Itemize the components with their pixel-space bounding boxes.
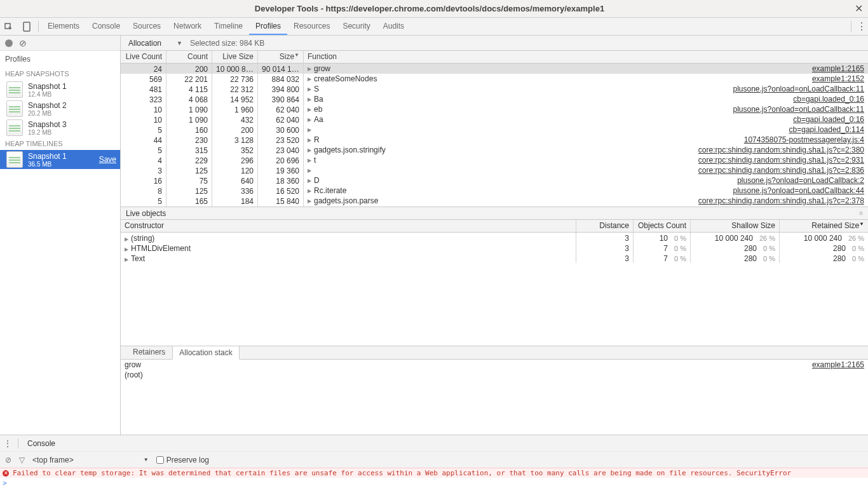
allocation-row[interactable]: 055014 120▶cb=gapi.loaded_1:143 [121, 206, 868, 207]
source-link[interactable]: plusone.js?onload=onLoadCallback:44 [733, 186, 865, 195]
menu-icon[interactable]: ⋮ [854, 20, 868, 32]
tab-console[interactable]: Console [86, 18, 126, 35]
source-link[interactable]: core:rpc:shindig.random:shindig.sha1.js?… [698, 156, 864, 165]
source-link[interactable]: core:rpc:shindig.random:shindig.sha1.js?… [698, 166, 864, 175]
tab-network[interactable]: Network [167, 18, 208, 35]
allocation-row[interactable]: 3234 06814 952390 864▶Bacb=gapi.loaded_0… [121, 94, 868, 104]
col-count[interactable]: Count [166, 51, 212, 63]
cell-live-count: 16 [121, 175, 166, 186]
inspect-icon[interactable] [0, 21, 18, 31]
snapshot-item[interactable]: Snapshot 319.2 MB [0, 118, 120, 137]
save-link[interactable]: Save [99, 155, 116, 164]
expand-icon[interactable]: ▶ [308, 188, 311, 194]
expand-icon[interactable]: ▶ [308, 137, 311, 143]
snapshot-item[interactable]: Snapshot 112.4 MB [0, 80, 120, 99]
menu-icon[interactable]: ≡ [859, 207, 863, 219]
allocation-row[interactable]: 167564018 360▶Dplusone.js?onload=onLoadC… [121, 175, 868, 186]
tab-retainers[interactable]: Retainers [126, 345, 172, 359]
source-link[interactable]: core:rpc:shindig.random:shindig.sha1.js?… [698, 146, 864, 154]
source-link[interactable]: plusone.js?onload=onLoadCallback:11 [733, 105, 865, 114]
tab-audits[interactable]: Audits [377, 18, 410, 35]
cell-count: 4 115 [166, 84, 212, 94]
tab-timeline[interactable]: Timeline [208, 18, 249, 35]
console-prompt[interactable]: > [0, 478, 868, 488]
source-link[interactable]: cb=gapi.loaded_0:114 [789, 125, 864, 134]
allocation-row[interactable]: 101 0901 96062 040▶ebplusone.js?onload=o… [121, 104, 868, 114]
expand-icon[interactable]: ▶ [125, 247, 128, 252]
tab-allocation-stack[interactable]: Allocation stack [172, 346, 239, 360]
col-retained-size[interactable]: Retained Size ▼ [779, 220, 868, 232]
preserve-log-input[interactable] [156, 456, 164, 464]
allocation-row[interactable]: 442303 12823 520▶R1074358075-postmessage… [121, 135, 868, 145]
live-object-row[interactable]: ▶HTMLDivElement370 %2800 %2800 % [121, 243, 868, 253]
clear-console-icon[interactable]: ⊘ [5, 456, 11, 464]
live-object-row[interactable]: ▶Text370 %2800 %2800 % [121, 253, 868, 263]
source-link[interactable]: cb=gapi.loaded_0:16 [793, 115, 864, 124]
stack-link[interactable]: example1:2165 [812, 360, 864, 369]
allocation-row[interactable]: 422929620 696▶tcore:rpc:shindig.random:s… [121, 155, 868, 165]
device-icon[interactable] [18, 21, 36, 32]
cell-size: 14 120 [258, 206, 304, 207]
expand-icon[interactable]: ▶ [125, 257, 128, 262]
record-icon[interactable] [5, 39, 13, 47]
allocation-row[interactable]: 812533616 520▶Rc.iterateplusone.js?onloa… [121, 186, 868, 196]
col-size[interactable]: Size▼ [258, 51, 304, 63]
expand-icon[interactable]: ▶ [308, 127, 311, 133]
expand-icon[interactable]: ▶ [308, 86, 311, 92]
allocation-row[interactable]: 312512019 360▶core:rpc:shindig.random:sh… [121, 165, 868, 175]
close-icon[interactable]: ✕ [854, 3, 863, 15]
expand-icon[interactable]: ▶ [308, 97, 311, 102]
view-dropdown[interactable]: Allocation▼ [128, 39, 182, 48]
divider [851, 21, 851, 32]
expand-icon[interactable]: ▶ [308, 168, 311, 173]
tab-security[interactable]: Security [336, 18, 376, 35]
col-function[interactable]: Function [304, 51, 868, 63]
heap-timelines-heading: HEAP TIMELINES [0, 137, 120, 150]
preserve-log-checkbox[interactable]: Preserve log [156, 456, 209, 464]
expand-icon[interactable]: ▶ [308, 107, 311, 112]
stack-frame[interactable]: growexample1:2165 [121, 360, 868, 370]
allocation-row[interactable]: 516020030 600▶cb=gapi.loaded_0:114 [121, 125, 868, 135]
source-link[interactable]: plusone.js?onload=onLoadCallback:11 [733, 85, 865, 93]
expand-icon[interactable]: ▶ [125, 236, 128, 242]
allocation-row[interactable]: 2420010 000 80090 014 160▶growexample1:2… [121, 64, 868, 74]
filter-icon[interactable]: ▽ [19, 456, 25, 464]
frame-dropdown[interactable]: <top frame>▼ [32, 456, 149, 464]
allocation-row[interactable]: 56922 20122 736884 032▶createSomeNodesex… [121, 74, 868, 84]
source-link[interactable]: example1:2165 [812, 64, 864, 73]
source-link[interactable]: example1:2152 [812, 74, 864, 83]
expand-icon[interactable]: ▶ [308, 158, 311, 163]
stack-frame[interactable]: (root) [121, 370, 868, 380]
allocation-row[interactable]: 4814 11522 312394 800▶Splusone.js?onload… [121, 84, 868, 94]
col-live-size[interactable]: Live Size [212, 51, 258, 63]
expand-icon[interactable]: ▶ [308, 117, 311, 123]
col-constructor[interactable]: Constructor [121, 220, 576, 232]
allocation-row[interactable]: 531535223 040▶gadgets.json.stringifycore… [121, 145, 868, 155]
allocation-row[interactable]: 101 09043262 040▶Aacb=gapi.loaded_0:16 [121, 114, 868, 125]
col-live-count[interactable]: Live Count [121, 51, 166, 63]
tab-elements[interactable]: Elements [41, 18, 86, 35]
tab-sources[interactable]: Sources [126, 18, 167, 35]
source-link[interactable]: cb=gapi.loaded_0:16 [793, 95, 864, 104]
expand-icon[interactable]: ▶ [308, 198, 311, 204]
tab-resources[interactable]: Resources [287, 18, 336, 35]
timeline-item[interactable]: Snapshot 136.5 MB Save [0, 150, 120, 169]
console-tab[interactable]: Console [21, 439, 62, 448]
expand-icon[interactable]: ▶ [308, 147, 311, 153]
col-distance[interactable]: Distance [576, 220, 633, 232]
snapshot-item[interactable]: Snapshot 220.2 MB [0, 99, 120, 118]
col-objects-count[interactable]: Objects Count [633, 220, 690, 232]
tab-profiles[interactable]: Profiles [249, 18, 287, 35]
expand-icon[interactable]: ▶ [308, 66, 311, 72]
col-shallow-size[interactable]: Shallow Size [690, 220, 779, 232]
expand-icon[interactable]: ▶ [308, 76, 311, 82]
source-link[interactable]: plusone.js?onload=onLoadCallback:2 [737, 176, 864, 185]
cell-count: 4 068 [166, 94, 212, 104]
allocation-row[interactable]: 516518415 840▶gadgets.json.parsecore:rpc… [121, 196, 868, 206]
live-object-row[interactable]: ▶(string)3100 %10 000 24026 %10 000 2402… [121, 233, 868, 243]
source-link[interactable]: 1074358075-postmessagerelay.js:4 [744, 135, 864, 144]
menu-icon[interactable]: ⋮ [0, 438, 15, 449]
source-link[interactable]: core:rpc:shindig.random:shindig.sha1.js?… [698, 196, 864, 205]
clear-icon[interactable]: ⊘ [19, 38, 27, 48]
expand-icon[interactable]: ▶ [308, 178, 311, 184]
